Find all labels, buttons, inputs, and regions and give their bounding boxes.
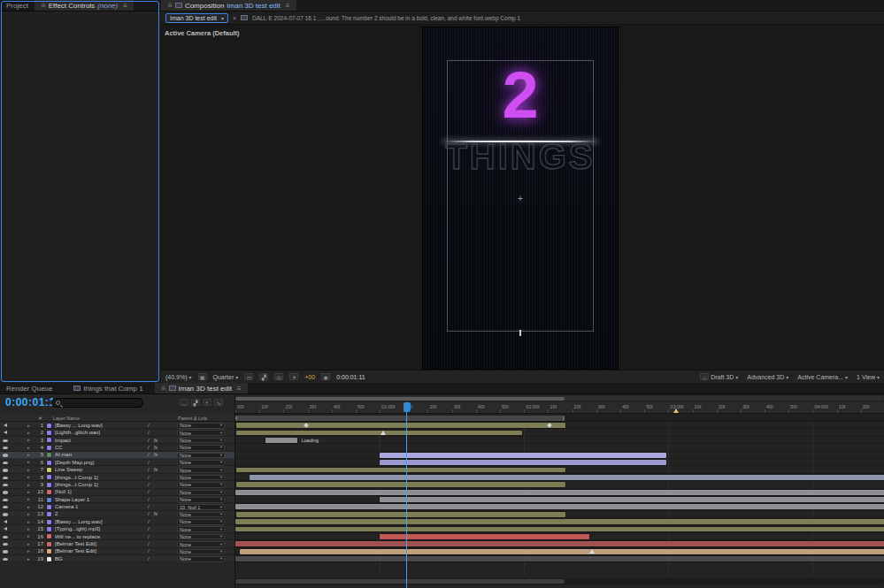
layer-label-swatch[interactable]	[47, 498, 51, 502]
parent-link-dropdown[interactable]: None▾	[177, 526, 225, 532]
layer-name[interactable]: BG	[55, 556, 133, 561]
quality-switch-icon[interactable]: /	[148, 460, 150, 465]
audio-toggle-icon[interactable]	[4, 520, 7, 523]
layer-label-swatch[interactable]	[47, 483, 51, 487]
layer-row[interactable]: ▸3Impact/fxNone▾	[0, 437, 234, 444]
layer-track[interactable]	[235, 555, 884, 562]
horizontal-scrollbar-thumb[interactable]	[235, 579, 565, 584]
layer-name[interactable]: Shape Layer 1	[55, 497, 133, 502]
parent-link-dropdown[interactable]: None▾	[177, 460, 225, 466]
visibility-toggle-icon[interactable]	[3, 499, 8, 501]
layer-row[interactable]: ▸16Will ne... to replace/None▾	[0, 533, 234, 540]
horizontal-scrollbar[interactable]	[235, 578, 884, 584]
quality-switch-icon[interactable]: /	[148, 452, 150, 457]
twirl-icon[interactable]: ▸	[27, 548, 30, 554]
layer-label-swatch[interactable]	[47, 438, 51, 442]
layer-label-swatch[interactable]	[47, 490, 51, 494]
visibility-toggle-icon[interactable]	[3, 513, 8, 515]
parent-link-dropdown[interactable]: None▾	[177, 490, 225, 496]
quality-switch-icon[interactable]: /	[148, 430, 150, 435]
layer-row[interactable]: ▸12Camera 1/10. Null 1▾	[0, 503, 234, 510]
layer-row[interactable]: ▸19BG/None▾	[0, 555, 234, 562]
layer-track[interactable]	[235, 511, 884, 518]
layer-label-swatch[interactable]	[47, 505, 51, 509]
twirl-icon[interactable]: ▸	[27, 496, 30, 501]
parent-link-dropdown[interactable]: None▾	[177, 445, 225, 451]
layer-label-swatch[interactable]	[47, 453, 51, 457]
layer-marker-icon[interactable]	[589, 549, 595, 554]
twirl-icon[interactable]: ▸	[27, 467, 30, 472]
timeline-ruler[interactable]: 00f10f20f30f40f50f01:00f10f20f30f40f50f0…	[235, 402, 884, 414]
view-layout-dropdown[interactable]: 1 View▾	[857, 374, 880, 380]
twirl-icon[interactable]: ▸	[27, 459, 30, 464]
magnification-dropdown[interactable]: (40.9%)▾	[165, 374, 192, 380]
layer-row[interactable]: ▸6[Depth Map.png]/None▾	[0, 459, 234, 466]
layer-track[interactable]	[235, 540, 884, 547]
layer-name[interactable]: Will ne... to replace	[55, 534, 133, 539]
layer-track[interactable]	[235, 481, 884, 488]
visibility-toggle-icon[interactable]	[3, 484, 8, 486]
layer-duration-bar[interactable]	[236, 512, 565, 517]
exposure-icon[interactable]: ☀	[289, 373, 298, 380]
layer-track[interactable]	[235, 444, 884, 451]
layer-row[interactable]: ▸132/fxNone▾	[0, 511, 234, 518]
panel-menu-icon[interactable]: ≡	[286, 2, 290, 10]
layer-name[interactable]: [things...t Comp 1]	[55, 475, 133, 480]
visibility-toggle-icon[interactable]	[3, 477, 8, 479]
layer-duration-bar[interactable]	[240, 549, 884, 554]
parent-link-dropdown[interactable]: None▾	[177, 549, 225, 555]
layer-track[interactable]	[235, 422, 884, 429]
layer-name[interactable]: Impact	[55, 438, 133, 443]
visibility-toggle-icon[interactable]	[3, 447, 8, 449]
timeline-search-field[interactable]	[51, 398, 143, 408]
column-layer-name[interactable]: Layer Name	[53, 416, 80, 421]
layer-row[interactable]: ▸15[Typing...ight).mp3]/None▾	[0, 525, 234, 532]
layer-row[interactable]: ▸11Shape Layer 1/None▾	[0, 496, 234, 503]
layer-row[interactable]: ▸8[things...t Comp 1]/None▾	[0, 474, 234, 481]
layer-name[interactable]: AI man	[55, 452, 133, 457]
layer-name[interactable]: [things...t Comp 1]	[55, 482, 133, 487]
quality-switch-icon[interactable]: /	[148, 445, 150, 450]
layer-name[interactable]: [Belmar Test Edit]	[55, 541, 133, 546]
comp-selector-dropdown[interactable]: Iman 3D test edit ▾	[165, 13, 228, 23]
layer-label-swatch[interactable]	[47, 527, 51, 531]
tab-things-that-comp[interactable]: things that Comp 1	[67, 383, 149, 393]
tab-composition[interactable]: ≣ Composition Iman 3D test edit ≡	[161, 0, 296, 11]
layer-track[interactable]	[235, 525, 884, 532]
snapshot-icon[interactable]: ◉	[321, 373, 330, 380]
layer-duration-bar[interactable]	[380, 534, 589, 539]
parent-link-dropdown[interactable]: None▾	[177, 556, 225, 562]
parent-link-dropdown[interactable]: None▾	[177, 534, 225, 540]
visibility-toggle-icon[interactable]	[3, 491, 8, 493]
parent-link-dropdown[interactable]: None▾	[177, 438, 225, 444]
visibility-toggle-icon[interactable]	[3, 454, 8, 456]
layer-name[interactable]: Line Sweep	[55, 467, 133, 472]
layer-duration-bar[interactable]	[265, 438, 297, 443]
audio-toggle-icon[interactable]	[4, 527, 7, 531]
layer-row[interactable]: ▸1[Bassy ... Long.wav]/None▾	[0, 422, 234, 429]
tab-effect-controls[interactable]: ≣ Effect Controls (none) ≡	[35, 0, 134, 11]
layer-name[interactable]: [Typing...ight).mp3]	[55, 526, 133, 531]
layer-name[interactable]: [Null 1]	[55, 489, 133, 494]
visibility-toggle-icon[interactable]	[3, 506, 8, 508]
composition-marker-icon[interactable]	[673, 409, 679, 413]
fx-switch-icon[interactable]: fx	[154, 511, 158, 516]
layer-track[interactable]	[235, 518, 884, 525]
visibility-toggle-icon[interactable]	[3, 462, 8, 464]
preview-timecode[interactable]: 0:00:01:11	[336, 374, 365, 380]
fx-switch-icon[interactable]: fx	[154, 452, 158, 457]
layer-duration-bar[interactable]	[235, 556, 884, 561]
quality-switch-icon[interactable]: /	[148, 534, 150, 539]
layer-duration-bar[interactable]	[235, 519, 884, 524]
transparency-grid-icon[interactable]: ▞	[259, 373, 268, 380]
layer-track[interactable]	[235, 452, 884, 459]
layer-name[interactable]: [Bassy ... Long.wav]	[55, 519, 133, 524]
layer-duration-bar[interactable]	[236, 423, 565, 428]
work-area-bar[interactable]	[235, 414, 884, 422]
layer-name[interactable]: 2	[55, 511, 133, 516]
layer-row[interactable]: ▸18[Belmar Test Edit]/None▾	[0, 548, 234, 555]
panel-menu-icon[interactable]: ≡	[237, 385, 242, 393]
time-navigator-bar[interactable]	[235, 396, 884, 401]
tab-render-queue[interactable]: Render Queue	[0, 383, 58, 393]
layer-row[interactable]: ▸4CC/fxNone▾	[0, 444, 234, 451]
